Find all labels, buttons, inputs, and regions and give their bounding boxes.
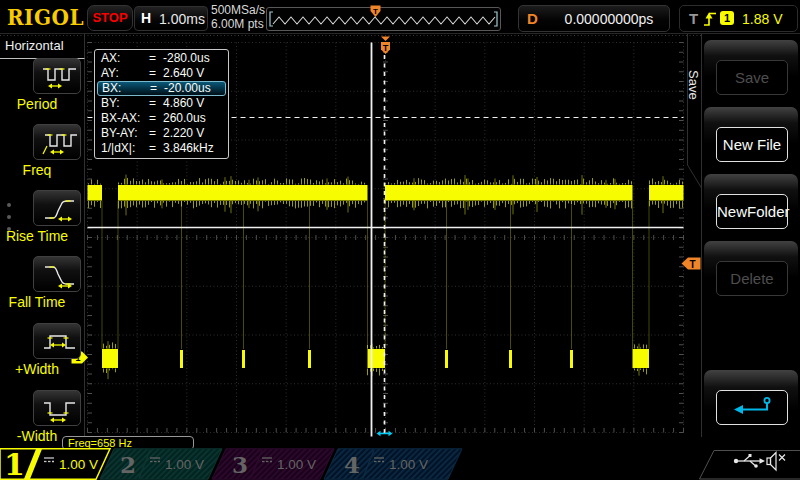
menu-slot: New File bbox=[704, 107, 798, 168]
channel-3-indicator[interactable]: 31.00 V bbox=[212, 449, 334, 479]
horizontal-label: H bbox=[141, 10, 151, 26]
trigger-box[interactable]: T 1 1.88 V bbox=[679, 5, 798, 32]
menu-item-fall-time[interactable] bbox=[33, 256, 81, 292]
status-icon-area bbox=[700, 451, 800, 480]
menu-item-period[interactable] bbox=[33, 58, 81, 94]
memory-depth: 6.00M pts bbox=[211, 17, 265, 31]
channel-number: 1 bbox=[4, 448, 25, 480]
cursor-row-value: 2.640 V bbox=[163, 66, 204, 81]
channel-2-indicator[interactable]: 21.00 V bbox=[100, 449, 222, 479]
cursor-row-value: 4.860 V bbox=[163, 96, 204, 111]
cursor-row-value: 2.220 V bbox=[163, 126, 204, 141]
channel-number: 4 bbox=[344, 451, 360, 478]
menu-item--width[interactable] bbox=[33, 323, 81, 359]
menu-slot: Save bbox=[704, 40, 798, 101]
waveform-preview-strip[interactable]: T bbox=[266, 7, 501, 31]
trigger-position-marker: T bbox=[381, 37, 390, 55]
cursor-row-label: BY: bbox=[101, 96, 120, 111]
page-indicator-dot bbox=[7, 215, 11, 219]
usb-icon bbox=[734, 454, 765, 468]
cursor-row-label: BX-AX: bbox=[101, 111, 140, 126]
menu-slot bbox=[704, 370, 798, 437]
cursor-readout-row: BX:=-20.00us bbox=[97, 81, 226, 96]
svg-text:T: T bbox=[383, 43, 389, 53]
cursor-readout-row: 1/|dX|:=3.846kHz bbox=[97, 141, 226, 156]
delay-value: 0.00000000ps bbox=[557, 11, 661, 27]
menu-item-label-period: Period bbox=[0, 96, 74, 112]
delete-button[interactable]: Delete bbox=[716, 261, 788, 296]
page-indicator-dot bbox=[7, 203, 11, 207]
channel-scale: 1.00 V bbox=[389, 457, 428, 472]
trigger-source-badge: 1 bbox=[720, 11, 734, 25]
channel-status-bar: 11.00 V21.00 V31.00 V41.00 V bbox=[0, 448, 800, 480]
cursor-row-value: 260.0us bbox=[163, 111, 206, 126]
cursor-readout-row: AY:=2.640 V bbox=[97, 66, 226, 81]
new-file-button[interactable]: New File bbox=[716, 127, 788, 162]
horizontal-scale-box[interactable]: H 1.00ms bbox=[134, 6, 208, 31]
cursor-row-value: 3.846kHz bbox=[163, 141, 214, 156]
cursor-row-label: AY: bbox=[101, 66, 119, 81]
save-menu: Save SaveNew FileNewFolderDelete bbox=[680, 34, 800, 448]
cursor-row-value: -280.0us bbox=[163, 51, 210, 66]
channel-scale: 1.00 V bbox=[59, 457, 98, 472]
trigger-level-value: 1.88 V bbox=[742, 11, 782, 27]
channel-number: 3 bbox=[232, 451, 248, 478]
return-arrow-button[interactable] bbox=[716, 390, 788, 425]
menu-item-label-freq: Freq bbox=[0, 162, 74, 178]
cursor-readout-row: AX:=-280.0us bbox=[97, 51, 226, 66]
preview-trigger-marker: T bbox=[370, 4, 381, 17]
cursor-row-label: BX: bbox=[102, 82, 121, 95]
channel-4-indicator[interactable]: 41.00 V bbox=[324, 449, 462, 479]
page-indicator-dot bbox=[7, 227, 11, 231]
menu-item--width[interactable] bbox=[33, 390, 81, 426]
run-state-badge[interactable]: STOP bbox=[87, 5, 133, 31]
delay-box[interactable]: D 0.00000000ps bbox=[518, 5, 670, 32]
menu-item-freq[interactable] bbox=[33, 124, 81, 160]
menu-slot: NewFolder bbox=[704, 174, 798, 235]
cursor-readout-row: BY-AY:=2.220 V bbox=[97, 126, 226, 141]
cursor-row-label: BY-AY: bbox=[101, 126, 138, 141]
menu-slot: Delete bbox=[704, 241, 798, 302]
delay-label: D bbox=[527, 10, 538, 27]
horizontal-scale-value: 1.00ms bbox=[159, 11, 205, 27]
cursor-row-label: 1/|dX|: bbox=[101, 141, 135, 156]
trigger-label: T bbox=[689, 10, 698, 27]
menu-item-label--width: +Width bbox=[0, 361, 74, 377]
cursor-readout-row: BX-AX:=260.0us bbox=[97, 111, 226, 126]
rigol-logo: RIGOL bbox=[7, 4, 84, 31]
svg-text:T: T bbox=[373, 7, 378, 16]
measure-menu: Horizontal PeriodFreqRise TimeFall Time+… bbox=[0, 34, 84, 448]
return-arrow-icon bbox=[729, 406, 775, 423]
sample-rate: 500MSa/s bbox=[211, 3, 265, 17]
menu-item-label-rise-time: Rise Time bbox=[0, 228, 74, 244]
newfolder-button[interactable]: NewFolder bbox=[716, 194, 788, 229]
menu-item-rise-time[interactable] bbox=[33, 190, 81, 226]
save-menu-tab: Save bbox=[687, 67, 701, 103]
speaker-muted-icon bbox=[767, 453, 785, 471]
cursor-readout-panel: AX:=-280.0usAY:=2.640 VBX:=-20.00usBY:=4… bbox=[94, 49, 229, 159]
save-button[interactable]: Save bbox=[716, 60, 788, 95]
channel-scale: 1.00 V bbox=[165, 457, 204, 472]
top-status-bar: RIGOL STOP H 1.00ms 500MSa/s 6.00M pts T… bbox=[0, 0, 800, 34]
cursor-row-label: AX: bbox=[101, 51, 120, 66]
measure-menu-title: Horizontal bbox=[5, 38, 64, 53]
cursor-readout-row: BY:=4.860 V bbox=[97, 96, 226, 111]
menu-item-label--width: -Width bbox=[0, 428, 74, 444]
menu-item-label-fall-time: Fall Time bbox=[0, 294, 74, 310]
acquisition-info: 500MSa/s 6.00M pts bbox=[211, 3, 265, 31]
rising-edge-icon bbox=[702, 10, 718, 28]
channel-number: 2 bbox=[120, 451, 136, 478]
channel-scale: 1.00 V bbox=[277, 457, 316, 472]
cursor-row-value: -20.00us bbox=[164, 82, 211, 95]
channel-1-indicator[interactable]: 11.00 V bbox=[0, 448, 110, 480]
